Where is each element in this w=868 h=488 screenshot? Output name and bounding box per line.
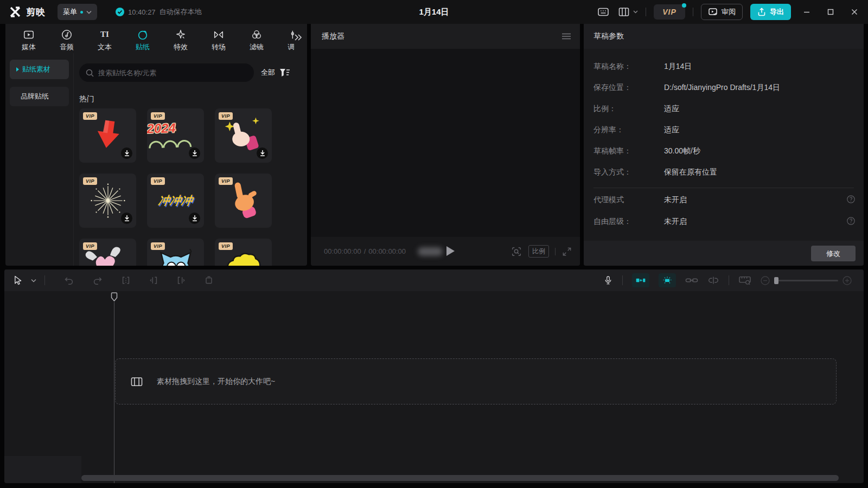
param-value: 适应	[664, 125, 679, 135]
help-icon[interactable]	[847, 217, 855, 227]
play-button[interactable]	[446, 246, 455, 256]
track-header-corner	[4, 456, 81, 483]
current-time: 00:00:00:00	[324, 247, 361, 255]
zoom-out-icon[interactable]	[761, 276, 770, 285]
fullscreen-icon[interactable]	[561, 246, 572, 257]
vip-badge: VIP	[219, 177, 233, 185]
layout-switch-button[interactable]	[617, 5, 638, 18]
help-icon[interactable]	[847, 195, 855, 206]
link-icon[interactable]	[685, 275, 698, 286]
param-label: 比例：	[593, 104, 664, 114]
param-label: 自由层级：	[593, 217, 664, 227]
sticker-card-red-arrow[interactable]: VIP	[79, 108, 136, 163]
sticker-card-chong[interactable]: VIP 冲冲冲	[147, 174, 204, 228]
sticker-content: 全部 热门 VIP	[74, 53, 307, 266]
vip-membership-badge[interactable]: VIP	[654, 4, 685, 20]
tab-audio[interactable]: 音频	[51, 24, 82, 53]
delete-right-icon[interactable]	[176, 275, 187, 286]
shortcut-keys-button[interactable]	[597, 5, 610, 18]
delete-left-icon[interactable]	[148, 275, 159, 286]
param-value: 适应	[664, 104, 679, 114]
sticker-card-yellow-blob[interactable]: VIP	[215, 239, 272, 266]
download-icon[interactable]	[121, 213, 132, 224]
filter-controls[interactable]: 全部	[261, 68, 290, 78]
drop-zone-hint: 素材拖拽到这里，开始你的大作吧~	[157, 377, 275, 387]
param-label: 分辨率：	[593, 125, 664, 135]
sticker-card-2024[interactable]: VIP 2024	[147, 108, 204, 163]
vip-notify-dot	[682, 3, 686, 8]
vip-badge: VIP	[83, 112, 97, 120]
divider	[593, 188, 854, 188]
maximize-button[interactable]	[822, 4, 839, 20]
param-value: 未开启	[664, 195, 687, 205]
tab-filters[interactable]: 滤镜	[241, 24, 272, 53]
autosave-check-icon	[116, 8, 124, 16]
export-button[interactable]: 导出	[750, 4, 791, 20]
menu-button[interactable]: 菜单	[58, 4, 97, 20]
sidebar-item-sticker-material[interactable]: 贴纸素材	[10, 60, 69, 79]
tab-text[interactable]: TI 文本	[89, 24, 120, 53]
export-icon	[757, 8, 766, 16]
minimize-button[interactable]	[799, 4, 815, 20]
sticker-card-blue-cat[interactable]: VIP	[147, 239, 204, 266]
download-icon[interactable]	[189, 213, 200, 224]
expand-tabs-button[interactable]	[294, 34, 303, 43]
tab-adjust[interactable]: 调节	[279, 24, 294, 53]
zoom-slider-handle[interactable]	[774, 277, 778, 284]
modify-button[interactable]: 修改	[811, 246, 856, 261]
playhead-marker[interactable]	[111, 292, 118, 302]
tab-media[interactable]: 媒体	[13, 24, 44, 53]
sticker-card-thumbs-up[interactable]: VIP	[215, 108, 272, 163]
zoom-slider-track[interactable]	[774, 280, 838, 281]
download-icon[interactable]	[189, 147, 200, 159]
search-input[interactable]	[98, 69, 239, 77]
titlebar: 剪映 菜单 10:40:27 自动保存本地 1月14日	[0, 0, 868, 24]
preview-axis-icon[interactable]	[738, 275, 751, 286]
asset-panel: 媒体 音频 TI 文本 贴纸 特效	[5, 24, 307, 266]
download-icon[interactable]	[121, 147, 132, 159]
titlebar-actions: VIP 审阅 导出	[597, 0, 863, 24]
ratio-button[interactable]: 比例	[528, 245, 549, 258]
tab-transitions[interactable]: 转场	[203, 24, 234, 53]
review-label: 审阅	[722, 7, 736, 17]
timecode-display: 00:00:00:00 / 00:00:00:00	[324, 237, 406, 266]
split-icon[interactable]	[120, 275, 131, 286]
download-icon[interactable]	[257, 147, 268, 159]
app-logo: 剪映	[9, 5, 46, 18]
chevron-down-icon[interactable]	[31, 279, 36, 282]
tab-effects[interactable]: 特效	[165, 24, 196, 53]
divider	[44, 275, 45, 285]
media-drop-zone[interactable]: 素材拖拽到这里，开始你的大作吧~	[115, 358, 837, 404]
timeline-zoom-slider	[761, 276, 852, 285]
search-box[interactable]	[79, 63, 254, 82]
sticker-card-winged-heart[interactable]: VIP	[79, 239, 136, 266]
delete-clip-icon[interactable]	[203, 275, 214, 286]
tab-label: 贴纸	[136, 42, 150, 52]
zoom-in-icon[interactable]	[843, 276, 852, 285]
redo-icon[interactable]	[92, 274, 104, 286]
close-button[interactable]	[846, 4, 863, 20]
keyboard-icon	[597, 5, 610, 18]
undo-icon[interactable]	[63, 274, 75, 286]
record-voiceover-icon[interactable]	[603, 274, 613, 286]
param-value: 保留在原有位置	[664, 168, 717, 177]
auto-snap-toggle[interactable]	[632, 273, 649, 287]
sticker-card-pointing-hand[interactable]: VIP	[215, 174, 272, 228]
param-label: 保存位置：	[593, 83, 664, 93]
blurred-region	[418, 247, 443, 256]
sidebar-item-brand-sticker[interactable]: 品牌贴纸	[10, 87, 69, 106]
unlink-icon[interactable]	[707, 275, 719, 286]
timeline-panel: 素材拖拽到这里，开始你的大作吧~	[4, 269, 864, 483]
select-tool-icon[interactable]	[12, 275, 23, 286]
tab-stickers[interactable]: 贴纸	[127, 24, 158, 53]
review-button[interactable]: 审阅	[701, 4, 743, 20]
timeline-tools-left	[4, 274, 214, 286]
chevron-down-icon	[86, 10, 92, 14]
auto-highlight-toggle[interactable]	[659, 273, 676, 287]
menu-label: 菜单	[63, 7, 77, 17]
horizontal-scrollbar[interactable]	[81, 475, 839, 481]
review-icon	[708, 7, 718, 17]
player-menu-icon[interactable]	[561, 33, 571, 40]
preview-zoom-icon[interactable]	[510, 246, 522, 258]
sticker-card-firework[interactable]: VIP	[79, 174, 136, 228]
